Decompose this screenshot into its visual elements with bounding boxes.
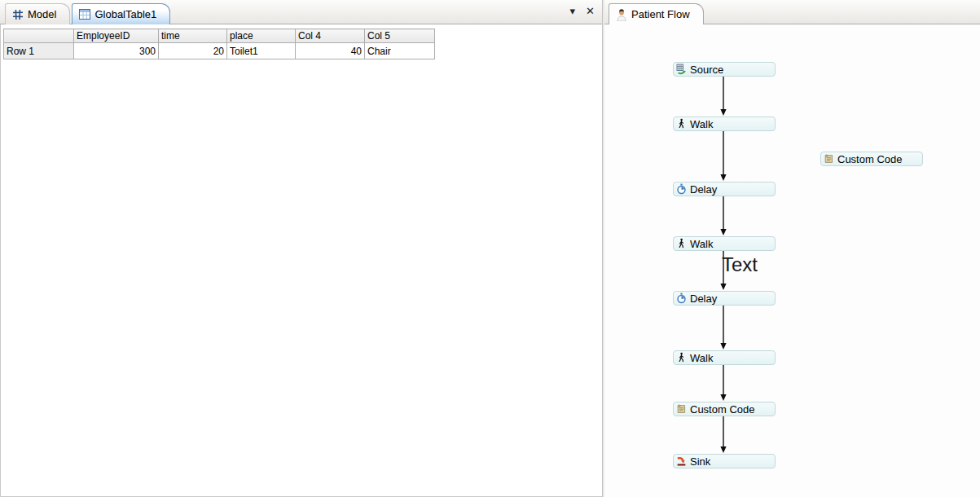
column-header-col5[interactable]: Col 5 [365,29,435,43]
column-header-employeeid[interactable]: EmployeeID [74,29,159,43]
global-table: EmployeeID time place Col 4 Col 5 Row 1 … [3,29,435,59]
block-label: Custom Code [690,403,754,416]
block-label: Source [690,64,723,76]
tab-model[interactable]: Model [5,3,70,24]
block-custom-code-2[interactable]: Custom Code [820,152,923,166]
column-header-time[interactable]: time [159,29,227,43]
block-sink[interactable]: Sink [673,454,776,468]
block-delay-2[interactable]: Delay [673,291,776,306]
editor-panel: Model GlobalTable1 ▾ ✕ [0,0,602,497]
tab-list-menu-icon[interactable]: ▾ [570,6,576,16]
block-custom-code-1[interactable]: Custom Code [673,402,776,416]
global-table-icon [78,8,90,20]
sink-icon [676,455,687,467]
walk-icon [676,352,687,363]
table-row: Row 1 300 20 Toilet1 40 Chair [4,43,435,59]
row-header[interactable]: Row 1 [4,43,74,59]
column-header-corner[interactable] [4,29,74,43]
flow-arrow[interactable] [720,306,726,350]
cell-col5[interactable]: Chair [365,43,435,59]
editor-tabbar: Model GlobalTable1 ▾ ✕ [0,0,602,24]
block-label: Delay [690,183,717,196]
model-icon [11,8,24,20]
block-label: Walk [690,238,713,250]
block-source[interactable]: Source [673,62,776,77]
tabbar-controls: ▾ ✕ [570,6,595,16]
block-label: Walk [690,118,713,130]
flowchart-canvas[interactable]: Source Walk [604,24,980,497]
tab-globaltable1-label: GlobalTable1 [94,8,156,20]
column-header-col4[interactable]: Col 4 [296,29,365,43]
column-header-place[interactable]: place [227,29,296,43]
block-label: Delay [690,292,717,305]
block-walk-1[interactable]: Walk [673,117,776,131]
block-label: Walk [690,352,713,364]
tab-globaltable1[interactable]: GlobalTable1 [72,3,170,24]
walk-icon [676,238,687,249]
flow-arrow[interactable] [720,196,726,235]
walk-icon [676,118,687,130]
custom-code-icon [824,153,834,165]
flow-arrow[interactable] [720,365,726,401]
canvas-text-label[interactable]: Text [722,253,758,276]
tab-patient-flow-label: Patient Flow [631,8,690,20]
delay-icon [676,292,687,304]
cell-employeeid[interactable]: 300 [74,43,159,59]
delay-icon [676,183,687,195]
block-label: Custom Code [837,153,902,165]
cell-place[interactable]: Toilet1 [227,43,296,59]
cell-col4[interactable]: 40 [296,43,365,59]
block-walk-3[interactable]: Walk [673,350,776,365]
flow-arrow[interactable] [720,131,726,181]
flow-arrow[interactable] [720,77,726,116]
tab-model-label: Model [28,8,56,20]
diagram-tabbar: Patient Flow [604,0,980,24]
flow-arrow[interactable] [720,416,726,453]
block-delay-1[interactable]: Delay [673,182,776,196]
table-header-row: EmployeeID time place Col 4 Col 5 [4,29,435,43]
diagram-panel: Patient Flow [604,0,980,497]
patient-person-icon [615,8,627,20]
table-editor-area: EmployeeID time place Col 4 Col 5 Row 1 … [0,24,602,497]
source-icon [676,64,687,75]
flow-connectors [604,24,980,497]
block-walk-2[interactable]: Walk [673,236,776,251]
custom-code-icon [676,403,687,415]
cell-time[interactable]: 20 [159,43,227,59]
tab-patient-flow[interactable]: Patient Flow [609,3,704,24]
close-icon[interactable]: ✕ [586,6,595,16]
block-label: Sink [690,455,710,468]
